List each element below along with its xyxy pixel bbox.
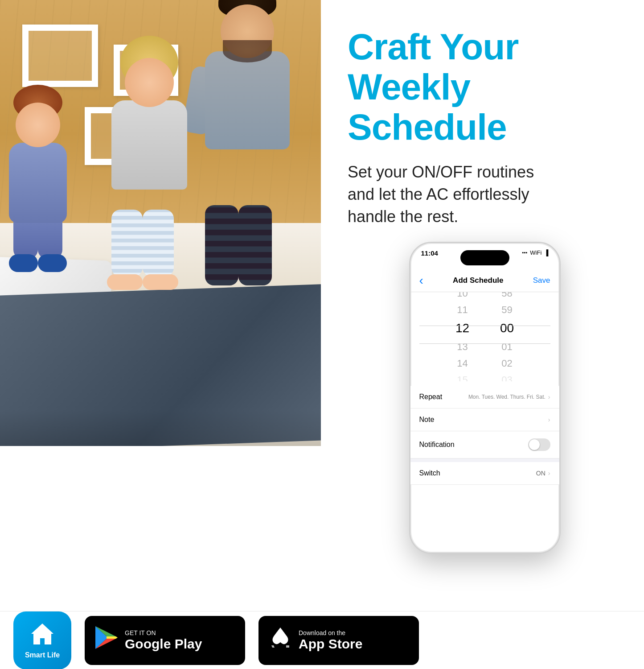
nav-title: Add Schedule [453,276,503,285]
subtext: Set your ON/OFF routines and let the AC … [348,161,562,228]
hours-column[interactable]: 10 11 12 13 14 15 [449,292,476,381]
note-row[interactable]: Note › [410,409,559,431]
google-play-text: GET IT ON Google Play [125,629,202,652]
headline: Craft Your Weekly Schedule [348,27,622,148]
people-group [0,62,321,375]
notification-label: Notification [419,441,455,449]
google-play-large-text: Google Play [125,636,202,651]
notification-row[interactable]: Notification [410,431,559,458]
app-store-small-text: Download on the [299,629,362,637]
repeat-value: Mon. Tues. Wed. Thurs. Fri. Sat. › [468,393,550,401]
time-selector-top-line [419,326,550,326]
headline-line1: Craft Your [348,27,622,67]
signal-icon: ▪▪▪ [522,250,528,255]
phone-container: 11:04 ▪▪▪ WiFi ▐ ‹ Add Schedule Save [348,242,622,593]
minutes-column[interactable]: 58 59 00 01 02 03 [494,292,521,381]
svg-point-6 [279,630,282,634]
settings-section: Repeat Mon. Tues. Wed. Thurs. Fri. Sat. … [410,386,559,485]
toggle-thumb [529,439,540,450]
settings-separator [410,458,559,462]
app-store-large-text: App Store [299,636,362,651]
wifi-icon: WiFi [530,249,541,256]
smart-life-house-icon [29,621,56,649]
headline-line2: Weekly [348,67,622,107]
nav-save-button[interactable]: Save [533,276,550,285]
time-picker[interactable]: 10 11 12 13 14 15 58 59 00 01 02 03 [410,292,559,381]
google-play-small-text: GET IT ON [125,629,202,637]
min-03[interactable]: 03 [494,372,521,381]
battery-icon: ▐ [544,249,548,256]
repeat-chevron: › [548,393,550,401]
nav-bar: ‹ Add Schedule Save [410,270,559,292]
switch-chevron: › [548,470,550,477]
note-label: Note [419,416,435,424]
min-58[interactable]: 58 [494,292,521,301]
smart-life-app-icon[interactable]: Smart Life [13,611,71,669]
repeat-label: Repeat [419,393,443,401]
switch-state: ON [536,470,546,477]
repeat-days: Mon. Tues. Wed. Thurs. Fri. Sat. [468,394,546,400]
switch-value: ON › [536,470,550,477]
note-value: › [548,416,550,423]
app-store-badge[interactable]: Download on the App Store [258,616,419,665]
svg-marker-5 [107,636,118,639]
right-panel: Craft Your Weekly Schedule Set your ON/O… [321,0,644,611]
app-store-icon [269,625,291,655]
headline-line3: Schedule [348,107,622,147]
svg-point-0 [41,630,43,632]
phone-mockup: 11:04 ▪▪▪ WiFi ▐ ‹ Add Schedule Save [409,242,561,554]
hour-10[interactable]: 10 [449,292,476,301]
repeat-row[interactable]: Repeat Mon. Tues. Wed. Thurs. Fri. Sat. … [410,386,559,409]
hour-11[interactable]: 11 [449,302,476,317]
bottom-bar: Smart Life GET IT ON Google Play [0,611,644,669]
min-00-selected[interactable]: 00 [494,319,521,338]
switch-label: Switch [419,469,440,477]
switch-row[interactable]: Switch ON › [410,462,559,485]
ground-shadow [0,410,321,446]
time-selector-bottom-line [419,343,550,344]
app-store-text: Download on the App Store [299,629,362,652]
google-play-icon [95,625,118,655]
hour-13[interactable]: 13 [449,339,476,354]
status-time: 11:04 [421,249,438,257]
note-chevron: › [548,416,550,423]
family-photo-panel [0,0,321,446]
notification-toggle[interactable] [528,438,550,451]
min-01[interactable]: 01 [494,339,521,354]
min-59[interactable]: 59 [494,302,521,317]
status-icons: ▪▪▪ WiFi ▐ [522,249,549,256]
nav-back-button[interactable]: ‹ [419,273,423,288]
google-play-badge[interactable]: GET IT ON Google Play [85,616,245,665]
dynamic-island [460,250,509,265]
smart-life-label: Smart Life [25,651,60,659]
main-content: Craft Your Weekly Schedule Set your ON/O… [0,0,644,611]
hour-14[interactable]: 14 [449,356,476,371]
min-02[interactable]: 02 [494,356,521,371]
hour-12-selected[interactable]: 12 [449,319,476,338]
hour-15[interactable]: 15 [449,372,476,381]
